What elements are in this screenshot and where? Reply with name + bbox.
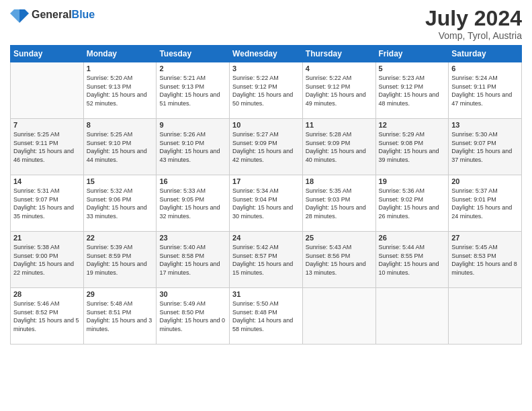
logo: GeneralBlue [10,7,95,23]
day-number: 24 [232,234,300,242]
cell-info: Sunrise: 5:39 AM Sunset: 8:59 PM Dayligh… [87,243,154,277]
header: GeneralBlue July 2024 Vomp, Tyrol, Austr… [10,7,522,41]
cell-info: Sunrise: 5:37 AM Sunset: 9:01 PM Dayligh… [451,187,519,220]
day-number: 18 [306,177,373,185]
cell-info: Sunrise: 5:43 AM Sunset: 8:56 PM Dayligh… [306,243,373,277]
cell-info: Sunrise: 5:20 AM Sunset: 9:13 PM Dayligh… [87,74,154,107]
day-number: 2 [159,64,226,73]
col-tuesday: Tuesday [157,46,230,62]
day-number: 20 [451,177,519,185]
header-row: Sunday Monday Tuesday Wednesday Thursday… [11,46,522,62]
cell-4-5: 25Sunrise: 5:43 AM Sunset: 8:56 PM Dayli… [302,232,375,288]
day-number: 7 [13,121,81,129]
cell-4-4: 24Sunrise: 5:42 AM Sunset: 8:57 PM Dayli… [230,232,303,288]
cell-5-1: 28Sunrise: 5:46 AM Sunset: 8:52 PM Dayli… [11,288,84,345]
cell-1-3: 2Sunrise: 5:21 AM Sunset: 9:13 PM Daylig… [157,62,230,119]
week-row-5: 28Sunrise: 5:46 AM Sunset: 8:52 PM Dayli… [11,288,522,345]
cell-3-2: 15Sunrise: 5:32 AM Sunset: 9:06 PM Dayli… [83,175,157,232]
cell-info: Sunrise: 5:45 AM Sunset: 8:53 PM Dayligh… [451,243,519,277]
day-number: 11 [306,121,373,129]
logo-general: General [32,9,72,20]
day-number: 29 [87,290,154,298]
cell-info: Sunrise: 5:48 AM Sunset: 8:51 PM Dayligh… [87,300,154,333]
cell-2-7: 13Sunrise: 5:30 AM Sunset: 9:07 PM Dayli… [449,119,522,175]
cell-info: Sunrise: 5:22 AM Sunset: 9:12 PM Dayligh… [232,74,300,107]
day-number: 16 [159,177,226,185]
cell-5-5 [302,288,375,345]
logo-text: GeneralBlue [32,9,95,21]
day-number: 9 [159,121,226,129]
col-saturday: Saturday [449,46,522,62]
day-number: 3 [232,64,300,73]
cell-1-1 [11,62,84,119]
logo-icon [10,7,29,23]
day-number: 1 [87,64,154,73]
day-number: 25 [306,234,373,242]
cell-5-6 [375,288,449,345]
cell-1-5: 4Sunrise: 5:22 AM Sunset: 9:12 PM Daylig… [302,62,375,119]
day-number: 31 [232,290,300,298]
cell-info: Sunrise: 5:25 AM Sunset: 9:10 PM Dayligh… [87,130,154,164]
day-number: 10 [232,121,300,129]
cell-info: Sunrise: 5:44 AM Sunset: 8:55 PM Dayligh… [379,243,446,277]
month-year: July 2024 [425,7,522,30]
cell-3-3: 16Sunrise: 5:33 AM Sunset: 9:05 PM Dayli… [157,175,230,232]
cell-1-7: 6Sunrise: 5:24 AM Sunset: 9:11 PM Daylig… [449,62,522,119]
day-number: 15 [87,177,154,185]
cell-4-3: 23Sunrise: 5:40 AM Sunset: 8:58 PM Dayli… [157,232,230,288]
week-row-2: 7Sunrise: 5:25 AM Sunset: 9:11 PM Daylig… [11,119,522,175]
col-monday: Monday [83,46,157,62]
title-block: July 2024 Vomp, Tyrol, Austria [425,7,522,41]
cell-5-2: 29Sunrise: 5:48 AM Sunset: 8:51 PM Dayli… [83,288,157,345]
main-container: GeneralBlue July 2024 Vomp, Tyrol, Austr… [0,0,532,351]
day-number: 27 [451,234,519,242]
cell-info: Sunrise: 5:22 AM Sunset: 9:12 PM Dayligh… [306,74,373,107]
col-friday: Friday [375,46,449,62]
day-number: 23 [159,234,226,242]
cell-5-7 [449,288,522,345]
cell-info: Sunrise: 5:32 AM Sunset: 9:06 PM Dayligh… [87,187,154,220]
cell-5-4: 31Sunrise: 5:50 AM Sunset: 8:48 PM Dayli… [230,288,303,345]
cell-2-5: 11Sunrise: 5:28 AM Sunset: 9:09 PM Dayli… [302,119,375,175]
week-row-4: 21Sunrise: 5:38 AM Sunset: 9:00 PM Dayli… [11,232,522,288]
cell-4-1: 21Sunrise: 5:38 AM Sunset: 9:00 PM Dayli… [11,232,84,288]
cell-info: Sunrise: 5:33 AM Sunset: 9:05 PM Dayligh… [159,187,226,220]
cell-info: Sunrise: 5:23 AM Sunset: 9:12 PM Dayligh… [379,74,446,107]
day-number: 6 [451,64,519,73]
day-number: 4 [306,64,373,73]
cell-info: Sunrise: 5:49 AM Sunset: 8:50 PM Dayligh… [159,300,226,333]
calendar-table: Sunday Monday Tuesday Wednesday Thursday… [10,45,522,345]
cell-info: Sunrise: 5:21 AM Sunset: 9:13 PM Dayligh… [159,74,226,107]
week-row-1: 1Sunrise: 5:20 AM Sunset: 9:13 PM Daylig… [11,62,522,119]
logo-blue: Blue [72,9,95,20]
day-number: 14 [13,177,81,185]
cell-info: Sunrise: 5:50 AM Sunset: 8:48 PM Dayligh… [232,300,300,333]
cell-4-2: 22Sunrise: 5:39 AM Sunset: 8:59 PM Dayli… [83,232,157,288]
cell-2-3: 9Sunrise: 5:26 AM Sunset: 9:10 PM Daylig… [157,119,230,175]
day-number: 30 [159,290,226,298]
day-number: 26 [379,234,446,242]
cell-1-2: 1Sunrise: 5:20 AM Sunset: 9:13 PM Daylig… [83,62,157,119]
day-number: 21 [13,234,81,242]
location: Vomp, Tyrol, Austria [425,30,522,41]
cell-info: Sunrise: 5:46 AM Sunset: 8:52 PM Dayligh… [13,300,81,333]
day-number: 28 [13,290,81,298]
cell-3-4: 17Sunrise: 5:34 AM Sunset: 9:04 PM Dayli… [230,175,303,232]
cell-info: Sunrise: 5:35 AM Sunset: 9:03 PM Dayligh… [306,187,373,220]
cell-4-7: 27Sunrise: 5:45 AM Sunset: 8:53 PM Dayli… [449,232,522,288]
col-sunday: Sunday [11,46,84,62]
col-wednesday: Wednesday [230,46,303,62]
cell-info: Sunrise: 5:34 AM Sunset: 9:04 PM Dayligh… [232,187,300,220]
cell-info: Sunrise: 5:36 AM Sunset: 9:02 PM Dayligh… [379,187,446,220]
cell-2-1: 7Sunrise: 5:25 AM Sunset: 9:11 PM Daylig… [11,119,84,175]
cell-3-5: 18Sunrise: 5:35 AM Sunset: 9:03 PM Dayli… [302,175,375,232]
day-number: 22 [87,234,154,242]
cell-info: Sunrise: 5:30 AM Sunset: 9:07 PM Dayligh… [451,130,519,164]
day-number: 19 [379,177,446,185]
cell-info: Sunrise: 5:40 AM Sunset: 8:58 PM Dayligh… [159,243,226,277]
cell-info: Sunrise: 5:27 AM Sunset: 9:09 PM Dayligh… [232,130,300,164]
col-thursday: Thursday [302,46,375,62]
cell-5-3: 30Sunrise: 5:49 AM Sunset: 8:50 PM Dayli… [157,288,230,345]
cell-2-6: 12Sunrise: 5:29 AM Sunset: 9:08 PM Dayli… [375,119,449,175]
cell-info: Sunrise: 5:24 AM Sunset: 9:11 PM Dayligh… [451,74,519,107]
